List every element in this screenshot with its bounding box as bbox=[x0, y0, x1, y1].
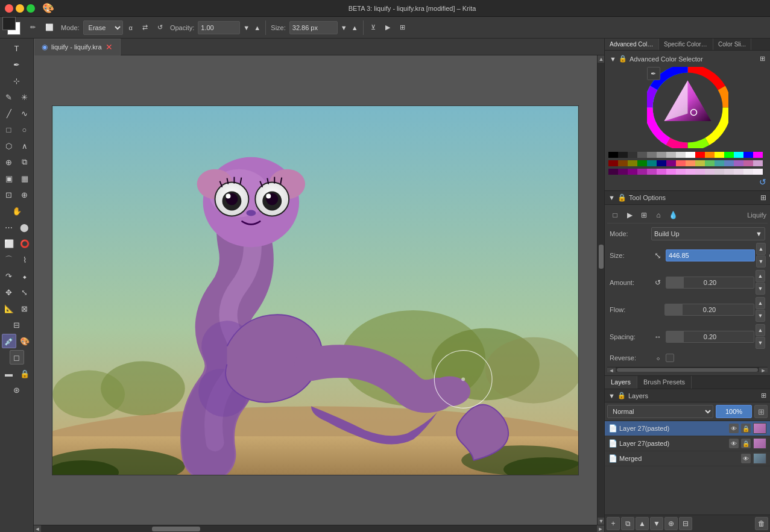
reverse-icon[interactable]: ⬦ bbox=[651, 351, 664, 365]
color-swatch[interactable] bbox=[753, 160, 763, 166]
move-tool[interactable]: ✥ bbox=[2, 285, 16, 299]
text-tool-button[interactable]: T bbox=[10, 41, 24, 55]
amount-spindown[interactable]: ▼ bbox=[756, 283, 765, 295]
transform-tool[interactable]: ⤡ bbox=[17, 285, 32, 299]
color-swatch[interactable] bbox=[705, 169, 715, 175]
color-swatch[interactable] bbox=[657, 152, 666, 158]
copy-layer-button[interactable]: ⧉ bbox=[621, 517, 634, 530]
color-swatch[interactable] bbox=[705, 160, 715, 166]
refresh-color-button[interactable]: ↺ bbox=[759, 177, 766, 187]
fill-bg-button[interactable]: ▬ bbox=[2, 366, 16, 381]
size-resize-icon[interactable]: ⤡ bbox=[651, 249, 664, 262]
layer-lock-icon[interactable]: 🔒 bbox=[741, 439, 751, 448]
remove-layer-button[interactable]: 🗑 bbox=[755, 517, 768, 530]
color-swatch[interactable] bbox=[628, 160, 637, 166]
color-swatch[interactable] bbox=[734, 160, 743, 166]
close-button[interactable] bbox=[5, 4, 13, 13]
tool-options-header[interactable]: ▼ 🔒 Tool Options ⊞ bbox=[605, 191, 770, 205]
merge-layer-button[interactable]: ⊕ bbox=[664, 517, 678, 530]
color-selector-collapse-icon[interactable]: ▼ bbox=[610, 55, 616, 63]
maximize-button[interactable] bbox=[27, 4, 35, 13]
color-swatch[interactable] bbox=[618, 160, 628, 166]
color-select-tool[interactable]: ⬥ bbox=[17, 269, 32, 283]
vscroll-up-button[interactable]: ▲ bbox=[598, 55, 604, 63]
color-swatch[interactable] bbox=[695, 169, 705, 175]
spacing-spindown[interactable]: ▼ bbox=[756, 337, 765, 349]
vscroll-down-button[interactable]: ▼ bbox=[598, 518, 604, 525]
move-layer-down-button[interactable]: ▼ bbox=[650, 517, 663, 530]
refresh-button[interactable]: ↺ bbox=[154, 20, 166, 36]
line-tool[interactable]: ╱ bbox=[2, 106, 16, 120]
color-swatches-row3[interactable] bbox=[607, 167, 768, 176]
tab-brush-presets[interactable]: Brush Presets bbox=[637, 376, 692, 389]
color-swatch[interactable] bbox=[608, 160, 618, 166]
clone-tool[interactable]: ⧉ bbox=[17, 155, 32, 169]
color-swatch[interactable] bbox=[686, 169, 695, 175]
to-icon-3[interactable]: ⊞ bbox=[637, 208, 651, 222]
warp-tool[interactable]: ⊛ bbox=[10, 383, 24, 397]
color-swatch[interactable] bbox=[705, 152, 715, 158]
layers-settings-icon[interactable]: ⊞ bbox=[761, 392, 766, 399]
blend-mode-select[interactable]: Normal Multiply Screen Overlay bbox=[607, 405, 713, 418]
color-swatch[interactable] bbox=[753, 169, 763, 175]
ellipse-tool[interactable]: ○ bbox=[17, 122, 32, 137]
hscroll-thumb[interactable] bbox=[152, 527, 200, 531]
spacing-slider[interactable]: 0.20 bbox=[666, 331, 754, 343]
ellipse-select-tool[interactable]: ⭕ bbox=[17, 236, 32, 251]
color-swatch[interactable] bbox=[743, 160, 753, 166]
extra-button[interactable]: ⊞ bbox=[396, 20, 409, 36]
layer-item-27b[interactable]: 📄 Layer 27(pasted) 👁 🔒 bbox=[605, 436, 770, 451]
gradient-tool[interactable]: ▦ bbox=[17, 171, 32, 186]
color-wheel-container[interactable]: ✒ bbox=[607, 64, 768, 151]
reference-tool[interactable]: ⊟ bbox=[10, 318, 24, 332]
opacity-spindown[interactable]: ▼ bbox=[242, 20, 251, 36]
rect-tool[interactable]: □ bbox=[2, 122, 16, 137]
amount-spinup[interactable]: ▲ bbox=[756, 270, 765, 282]
canvas-vertical-scrollbar[interactable]: ▲ ▼ bbox=[597, 55, 604, 525]
flow-slider[interactable]: 0.20 bbox=[664, 304, 754, 316]
color-swatches-row2[interactable] bbox=[607, 159, 768, 167]
polygon-tool[interactable]: ⬡ bbox=[2, 139, 16, 153]
color-swatch[interactable] bbox=[724, 160, 734, 166]
play-button[interactable]: ▶ bbox=[382, 20, 394, 36]
size-spindown[interactable]: ▼ bbox=[340, 20, 349, 36]
color-swatch[interactable] bbox=[715, 152, 724, 158]
amount-slider[interactable]: 0.20 bbox=[666, 277, 754, 289]
multibrush-tool[interactable]: ✳ bbox=[17, 90, 32, 104]
color-swatch[interactable] bbox=[743, 169, 753, 175]
layer-visibility-eye[interactable]: 👁 bbox=[741, 454, 751, 463]
rect-select-tool[interactable]: ⬜ bbox=[2, 236, 16, 251]
measure-tool[interactable]: 📐 bbox=[2, 301, 16, 316]
tool-options-settings-icon[interactable]: ⊞ bbox=[760, 193, 766, 202]
color-swatch[interactable] bbox=[686, 152, 695, 158]
to-icon-5[interactable]: 💧 bbox=[666, 208, 680, 222]
flow-spinup[interactable]: ▲ bbox=[756, 297, 765, 309]
to-hscroll-left[interactable]: ◄ bbox=[607, 368, 616, 372]
swatch-black[interactable] bbox=[608, 152, 618, 158]
mirror-horiz-button[interactable]: ⇄ bbox=[139, 20, 151, 36]
layers-section-header[interactable]: ▼ 🔒 Layers ⊞ bbox=[605, 389, 770, 402]
eraser-toggle[interactable]: ◻ bbox=[10, 350, 24, 365]
smart-select-tool[interactable]: ⋯ bbox=[2, 220, 16, 234]
layers-opacity-more[interactable]: ⊞ bbox=[754, 405, 768, 418]
to-hscroll-thumb[interactable] bbox=[617, 368, 758, 372]
alpha-lock-button[interactable]: 🔒 bbox=[17, 366, 32, 381]
color-swatch[interactable] bbox=[637, 152, 647, 158]
hscroll-right-button[interactable]: ► bbox=[597, 525, 604, 532]
freehand-brush-tool-button[interactable]: ✏ bbox=[27, 20, 39, 36]
size-spinup[interactable]: ▲ bbox=[756, 243, 766, 255]
foreground-color[interactable] bbox=[2, 17, 16, 30]
hscroll-left-button[interactable]: ◄ bbox=[34, 525, 41, 532]
layers-opacity-input[interactable] bbox=[716, 405, 752, 418]
canvas-tab-liquify[interactable]: ◉ liquify - liquify.kra ✕ bbox=[34, 39, 121, 55]
color-swatch[interactable] bbox=[666, 152, 676, 158]
layer-item-merged[interactable]: 📄 Merged 👁 bbox=[605, 451, 770, 466]
minimize-button[interactable] bbox=[16, 4, 24, 13]
polyline-tool[interactable]: ∧ bbox=[17, 139, 32, 153]
canvas-horizontal-scrollbar[interactable]: ◄ ► bbox=[34, 525, 604, 532]
color-swatch[interactable] bbox=[647, 169, 657, 175]
canvas-tab-close[interactable]: ✕ bbox=[106, 43, 113, 51]
size-spinup[interactable]: ▲ bbox=[351, 20, 359, 36]
reverse-checkbox[interactable] bbox=[666, 354, 674, 362]
color-swatch[interactable] bbox=[657, 169, 666, 175]
